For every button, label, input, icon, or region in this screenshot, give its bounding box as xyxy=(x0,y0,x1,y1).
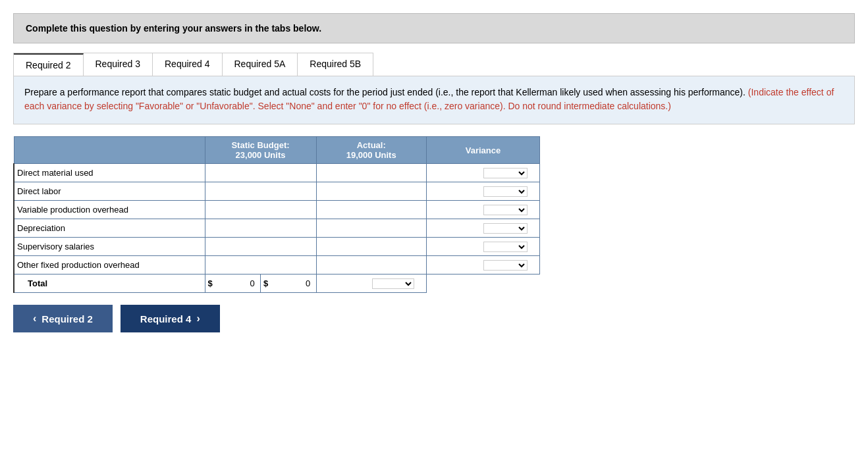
table-wrapper: Static Budget: 23,000 Units Actual: 19,0… xyxy=(13,136,855,293)
instruction-banner: Complete this question by entering your … xyxy=(13,13,855,43)
variance-num-variable-overhead[interactable] xyxy=(431,205,481,215)
variance-cell-supervisory[interactable]: Favorable Unfavorable None xyxy=(426,238,539,256)
actual-input-variable-overhead[interactable] xyxy=(316,201,426,219)
variance-num-supervisory[interactable] xyxy=(431,242,481,252)
variance-num-direct-material[interactable] xyxy=(431,168,481,178)
table-row: Other fixed production overhead Favorabl… xyxy=(14,256,540,274)
row-label-direct-labor: Direct labor xyxy=(14,182,205,201)
row-label-depreciation: Depreciation xyxy=(14,219,205,238)
actual-input-direct-labor[interactable] xyxy=(316,182,426,201)
row-label-supervisory-salaries: Supervisory salaries xyxy=(14,238,205,256)
variance-num-depreciation[interactable] xyxy=(431,223,481,234)
table-row: Direct labor Favorable Unfavorable None xyxy=(14,182,540,201)
variance-cell-depreciation[interactable]: Favorable Unfavorable None xyxy=(426,219,539,238)
next-chevron-icon: › xyxy=(196,313,200,325)
variance-select-supervisory[interactable]: Favorable Unfavorable None xyxy=(483,242,528,252)
tab-required3[interactable]: Required 3 xyxy=(84,53,153,76)
table-row: Depreciation Favorable Unfavorable None xyxy=(14,219,540,238)
static-budget-input-direct-labor[interactable] xyxy=(205,182,316,201)
description-text: Prepare a performance report that compar… xyxy=(24,86,844,113)
variance-select-variable-overhead[interactable]: Favorable Unfavorable None xyxy=(483,205,528,215)
variance-select-direct-material[interactable]: Favorable Unfavorable None xyxy=(483,168,528,178)
total-actual-input[interactable] xyxy=(271,278,310,288)
row-label-other-fixed: Other fixed production overhead xyxy=(14,256,205,274)
total-variance-num[interactable] xyxy=(321,278,369,289)
actual-field-supervisory[interactable] xyxy=(319,242,423,251)
static-budget-input-other-fixed[interactable] xyxy=(205,256,316,274)
static-budget-header: Static Budget: 23,000 Units xyxy=(205,137,316,164)
tab-required2[interactable]: Required 2 xyxy=(14,53,84,76)
variance-num-direct-labor[interactable] xyxy=(431,186,481,197)
static-budget-field-other-fixed[interactable] xyxy=(208,260,313,270)
static-budget-field-supervisory[interactable] xyxy=(208,242,313,251)
variance-select-other-fixed[interactable]: Favorable Unfavorable None xyxy=(483,260,528,271)
static-budget-input-variable-overhead[interactable] xyxy=(205,201,316,219)
row-label-direct-material: Direct material used xyxy=(14,164,205,182)
tab-required5a[interactable]: Required 5A xyxy=(223,53,298,76)
table-row: Supervisory salaries Favorable Unfavorab… xyxy=(14,238,540,256)
total-actual-dollar: $ xyxy=(261,274,317,293)
actual-input-depreciation[interactable] xyxy=(316,219,426,238)
dollar-sign-actual: $ xyxy=(263,278,268,288)
variance-cell-direct-labor[interactable]: Favorable Unfavorable None xyxy=(426,182,539,201)
static-budget-field-depreciation[interactable] xyxy=(208,223,313,233)
variance-cell-variable-overhead[interactable]: Favorable Unfavorable None xyxy=(426,201,539,219)
table-row: Direct material used Favorable Unfavorab… xyxy=(14,164,540,182)
total-variance-cell[interactable]: Favorable Unfavorable None xyxy=(316,274,426,293)
instruction-text: Complete this question by entering your … xyxy=(26,23,321,34)
static-budget-input-supervisory[interactable] xyxy=(205,238,316,256)
static-budget-field-direct-material[interactable] xyxy=(208,168,313,178)
next-button[interactable]: Required 4 › xyxy=(121,305,220,332)
variance-cell-direct-material[interactable]: Favorable Unfavorable None xyxy=(426,164,539,182)
tab-required5b[interactable]: Required 5B xyxy=(298,53,373,76)
row-label-variable-overhead: Variable production overhead xyxy=(14,201,205,219)
actual-field-direct-labor[interactable] xyxy=(319,186,423,196)
dollar-sign-static: $ xyxy=(208,278,213,288)
nav-buttons: ‹ Required 2 Required 4 › xyxy=(13,305,855,332)
variance-cell-other-fixed[interactable]: Favorable Unfavorable None xyxy=(426,256,539,274)
actual-field-depreciation[interactable] xyxy=(319,223,423,233)
tab-required4[interactable]: Required 4 xyxy=(153,53,223,76)
actual-field-direct-material[interactable] xyxy=(319,168,423,178)
static-budget-field-variable-overhead[interactable] xyxy=(208,205,313,215)
static-budget-input-depreciation[interactable] xyxy=(205,219,316,238)
actual-input-supervisory[interactable] xyxy=(316,238,426,256)
col-label-header xyxy=(14,137,205,164)
actual-field-other-fixed[interactable] xyxy=(319,260,423,270)
actual-input-direct-material[interactable] xyxy=(316,164,426,182)
next-button-label: Required 4 xyxy=(140,313,192,325)
total-static-budget-input[interactable] xyxy=(215,278,255,288)
actual-input-other-fixed[interactable] xyxy=(316,256,426,274)
variance-select-depreciation[interactable]: Favorable Unfavorable None xyxy=(483,223,528,234)
total-label: Total xyxy=(14,274,205,293)
total-variance-select[interactable]: Favorable Unfavorable None xyxy=(372,278,415,289)
static-budget-input-direct-material[interactable] xyxy=(205,164,316,182)
variance-select-direct-labor[interactable]: Favorable Unfavorable None xyxy=(483,186,528,197)
table-row: Variable production overhead Favorable U… xyxy=(14,201,540,219)
variance-header: Variance xyxy=(426,137,539,164)
total-row: Total $ $ xyxy=(14,274,540,293)
prev-chevron-icon: ‹ xyxy=(33,313,36,325)
prev-button[interactable]: ‹ Required 2 xyxy=(13,305,113,332)
static-budget-field-direct-labor[interactable] xyxy=(208,186,313,196)
prev-button-label: Required 2 xyxy=(41,313,93,325)
content-area: Prepare a performance report that compar… xyxy=(13,76,855,124)
actual-header: Actual: 19,000 Units xyxy=(316,137,426,164)
total-static-budget-dollar: $ xyxy=(205,274,261,293)
tabs-container: Required 2 Required 3 Required 4 Require… xyxy=(13,53,373,76)
actual-field-variable-overhead[interactable] xyxy=(319,205,423,215)
variance-num-other-fixed[interactable] xyxy=(431,260,481,271)
